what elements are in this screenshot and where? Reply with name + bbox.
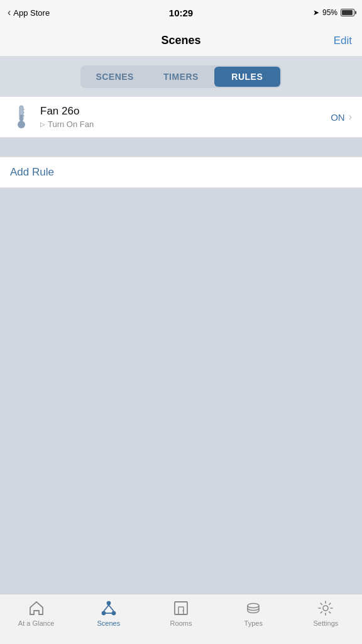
back-chevron-icon: ‹ (8, 7, 11, 18)
status-right: ➤ 95% (313, 8, 354, 17)
svg-point-16 (323, 606, 328, 611)
tab-at-a-glance[interactable]: At a Glance (0, 599, 72, 627)
tab-types[interactable]: Types (217, 599, 290, 627)
thermometer-icon (10, 104, 33, 130)
tab-bar: At a Glance Scenes Rooms (0, 594, 362, 644)
tab-rooms[interactable]: Rooms (145, 599, 217, 627)
battery-percentage: 95% (322, 8, 337, 17)
segment-control: SCENES TIMERS RULES (80, 65, 282, 88)
add-rule-button[interactable]: Add Rule (10, 166, 54, 178)
carrier-label: App Store (13, 8, 50, 18)
svg-point-8 (112, 611, 116, 615)
status-time: 10:29 (169, 8, 193, 18)
types-icon (244, 599, 262, 617)
page-title: Scenes (161, 34, 200, 47)
segment-timers[interactable]: TIMERS (148, 67, 214, 87)
svg-rect-2 (20, 114, 23, 125)
rooms-icon (172, 599, 190, 617)
svg-point-6 (107, 601, 111, 605)
segment-wrapper: SCENES TIMERS RULES (0, 57, 362, 97)
edit-button[interactable]: Edit (334, 35, 352, 47)
rules-list: Fan 26o ▷ Turn On Fan ON › (0, 97, 362, 138)
play-icon: ▷ (40, 121, 45, 128)
list-item[interactable]: Fan 26o ▷ Turn On Fan ON › (0, 97, 362, 138)
battery-icon (341, 9, 354, 16)
svg-point-14 (183, 610, 184, 611)
section-spacer (0, 138, 362, 157)
home-icon (28, 599, 45, 617)
content-area (0, 188, 362, 521)
tab-rooms-label: Rooms (170, 619, 192, 627)
settings-icon (317, 599, 334, 617)
svg-line-10 (109, 605, 114, 611)
scenes-icon (100, 599, 118, 617)
segment-rules[interactable]: RULES (214, 67, 280, 87)
tab-at-a-glance-label: At a Glance (18, 619, 54, 627)
tab-settings[interactable]: Settings (290, 599, 362, 627)
svg-point-7 (102, 611, 106, 615)
rule-action: Turn On Fan (48, 119, 94, 129)
svg-line-9 (104, 605, 109, 611)
status-bar: ‹ App Store 10:29 ➤ 95% (0, 0, 362, 25)
tab-scenes-label: Scenes (97, 619, 120, 627)
rule-content: Fan 26o ▷ Turn On Fan (40, 105, 331, 129)
rule-status: ON (331, 112, 345, 123)
rule-subtitle: ▷ Turn On Fan (40, 119, 331, 129)
nav-bar: Scenes Edit (0, 25, 362, 57)
svg-rect-12 (175, 602, 187, 614)
chevron-right-icon: › (349, 111, 352, 123)
rule-title: Fan 26o (40, 105, 331, 118)
svg-point-15 (248, 604, 259, 608)
add-rule-section: Add Rule (0, 157, 362, 188)
segment-scenes[interactable]: SCENES (82, 67, 148, 87)
tab-types-label: Types (244, 619, 263, 627)
tab-scenes[interactable]: Scenes (72, 599, 145, 627)
status-left: ‹ App Store (8, 7, 50, 18)
location-icon: ➤ (313, 8, 319, 17)
tab-settings-label: Settings (314, 619, 339, 627)
